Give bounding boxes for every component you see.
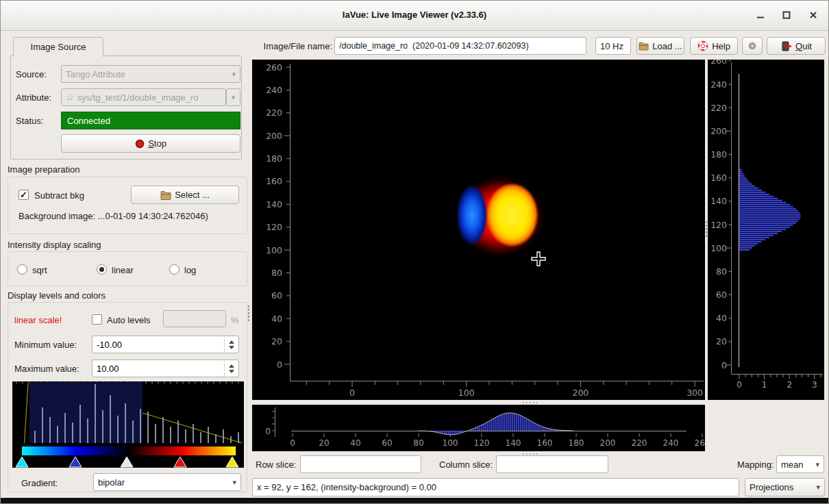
display-levels-title: Display levels and colors <box>8 290 106 301</box>
pixel-info-field[interactable]: x = 92, y = 162, (intensity-background) … <box>252 478 739 496</box>
attribute-combo[interactable]: ☆ sys/tg_test/1/double_image_ro <box>61 88 226 106</box>
spin-down-icon[interactable] <box>229 370 234 373</box>
svg-text:20: 20 <box>271 336 282 346</box>
svg-text:20: 20 <box>716 336 727 346</box>
stop-icon <box>135 139 145 149</box>
folder-icon <box>639 42 649 51</box>
spin-buttons[interactable] <box>224 360 238 377</box>
auto-levels-label: Auto levels <box>107 315 151 325</box>
svg-text:200: 200 <box>710 126 727 136</box>
radio-linear-label: linear <box>112 265 134 275</box>
image-blob-positive <box>486 183 539 247</box>
gradient-combo[interactable]: bipolar ▾ <box>93 473 241 491</box>
chevron-down-icon: ▾ <box>232 478 236 487</box>
help-lifebuoy-icon <box>697 40 708 51</box>
refresh-rate-value: 10 Hz <box>600 41 623 51</box>
background-image-text: Background image: ...0-01-09 14:30:24.76… <box>18 211 208 221</box>
maximize-button[interactable] <box>779 9 794 21</box>
spin-down-icon[interactable] <box>229 346 234 349</box>
svg-text:100: 100 <box>458 388 475 398</box>
svg-text:200: 200 <box>266 131 282 141</box>
column-projection-plot[interactable]: 0020406080100120140160180200220240260 <box>252 405 705 451</box>
star-icon: ☆ <box>66 92 75 103</box>
row-slice-input[interactable] <box>300 455 421 473</box>
gradient-label: Gradient: <box>21 478 58 488</box>
spin-up-icon[interactable] <box>229 340 234 344</box>
mapping-combo[interactable]: mean ▾ <box>776 455 824 473</box>
intensity-histogram-widget[interactable] <box>12 381 244 468</box>
svg-text:100: 100 <box>266 245 282 255</box>
load-button-label: Load ... <box>652 41 682 51</box>
status-value: Connected <box>67 116 110 126</box>
window-bottom-edge <box>1 498 829 504</box>
chevron-down-icon: ▾ <box>232 70 236 79</box>
minimum-value-input[interactable] <box>92 336 224 353</box>
column-slice-input[interactable] <box>496 455 608 473</box>
svg-text:2: 2 <box>787 379 792 390</box>
maximum-value-spinbox[interactable] <box>92 360 239 377</box>
spin-up-icon[interactable] <box>229 364 234 368</box>
row-slice-label: Row slice: <box>256 459 296 470</box>
subtract-bkg-checkbox[interactable]: ✓ <box>18 190 29 200</box>
svg-text:0: 0 <box>265 427 271 436</box>
svg-text:180: 180 <box>569 438 584 448</box>
quit-button[interactable]: Quit <box>767 37 826 55</box>
image-file-name-input[interactable] <box>334 37 586 55</box>
spin-buttons[interactable] <box>224 336 238 353</box>
svg-text:300: 300 <box>686 388 703 398</box>
column-slice-label: Column slice: <box>439 459 493 470</box>
svg-text:0: 0 <box>290 438 295 448</box>
main-image-plot[interactable]: 0204060801001201401601802002202402600100… <box>252 60 705 400</box>
splitter-handle[interactable] <box>521 401 539 404</box>
maximum-value-input[interactable] <box>92 360 224 377</box>
refresh-rate-field[interactable]: 10 Hz <box>595 37 631 55</box>
close-button[interactable] <box>806 9 821 21</box>
minimize-icon <box>756 11 765 19</box>
row-projection-plot[interactable]: 0204060801001201401601802002202402600123 <box>708 60 824 400</box>
percent-suffix: % <box>231 315 239 325</box>
source-label: Source: <box>16 69 47 79</box>
svg-text:220: 220 <box>266 108 282 118</box>
minimum-value-label: Minimum value: <box>14 340 77 350</box>
check-icon: ✓ <box>20 190 27 199</box>
svg-text:200: 200 <box>600 438 616 448</box>
projections-combo[interactable]: Projections ▾ <box>745 478 825 496</box>
gear-icon <box>747 40 758 51</box>
gradient-value: bipolar <box>98 477 125 488</box>
minimum-value-spinbox[interactable] <box>92 336 239 353</box>
svg-text:40: 40 <box>271 314 282 324</box>
svg-text:160: 160 <box>266 176 282 186</box>
stop-button[interactable]: Stop <box>61 134 240 153</box>
load-button[interactable]: Load ... <box>636 37 684 55</box>
svg-text:260: 260 <box>695 438 705 448</box>
mapping-label: Mapping: <box>737 459 774 470</box>
image-preparation-title: Image preparation <box>8 164 80 175</box>
svg-text:260: 260 <box>266 62 282 73</box>
svg-text:160: 160 <box>537 438 553 448</box>
radio-sqrt[interactable] <box>17 264 27 275</box>
settings-button[interactable] <box>742 37 763 55</box>
close-icon <box>809 11 817 19</box>
auto-levels-checkbox[interactable] <box>92 314 102 325</box>
splitter-handle[interactable] <box>247 305 250 323</box>
svg-text:60: 60 <box>716 290 727 300</box>
tab-image-source[interactable]: Image Source <box>13 37 103 57</box>
attribute-dropdown-button[interactable]: ▾ <box>226 88 240 106</box>
svg-text:180: 180 <box>266 153 282 164</box>
tab-image-source-label: Image Source <box>31 42 86 52</box>
radio-linear[interactable] <box>97 264 107 275</box>
svg-text:100: 100 <box>710 243 727 253</box>
svg-text:200: 200 <box>572 388 589 398</box>
source-combo[interactable]: Tango Attribute ▾ <box>61 65 240 83</box>
svg-text:140: 140 <box>506 438 521 448</box>
select-background-button[interactable]: Select ... <box>131 186 239 204</box>
projections-label: Projections <box>750 482 793 492</box>
minimize-button[interactable] <box>753 9 768 21</box>
auto-levels-percent-input[interactable] <box>163 310 226 327</box>
title-bar[interactable]: laVue: Live Image Viewer (v2.33.6) <box>1 1 828 31</box>
help-button[interactable]: Help <box>690 37 738 55</box>
svg-text:80: 80 <box>716 266 727 277</box>
chevron-down-icon: ▾ <box>816 483 820 492</box>
radio-log[interactable] <box>169 264 180 275</box>
svg-text:240: 240 <box>663 438 679 448</box>
